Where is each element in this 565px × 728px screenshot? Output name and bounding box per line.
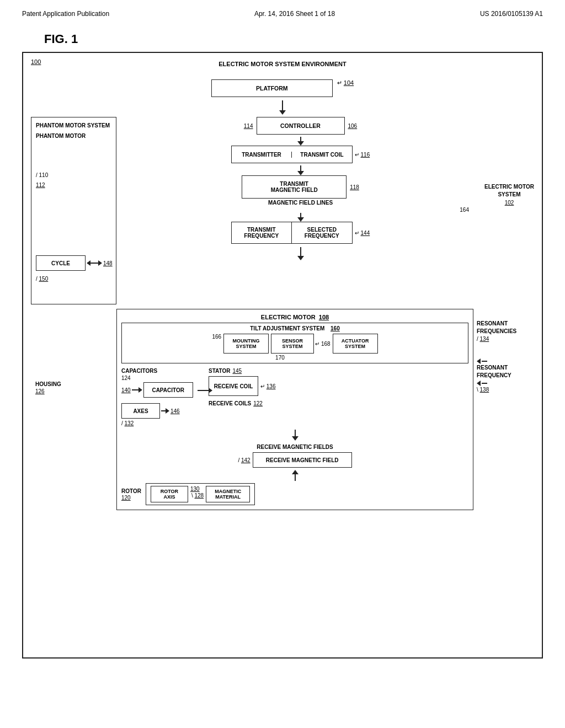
ref-120: 120 xyxy=(121,495,131,501)
ref-142: 142 xyxy=(241,457,250,463)
ref-140: 140 xyxy=(121,387,131,393)
controller-row: 114 CONTROLLER 106 xyxy=(244,117,357,135)
ref-104: ↵ 104 xyxy=(337,79,354,97)
resonant-freq-label: RESONANT FREQUENCY xyxy=(477,365,511,378)
rotor-inner-box: ROTOR AXIS 130 \ 128 MAGNETIC MATERIAL xyxy=(146,483,255,505)
ref-170: 170 xyxy=(275,355,330,361)
ref-126: 126 xyxy=(35,388,45,394)
arrow-controller-down xyxy=(297,137,304,146)
transmitter-coil-box: TRANSMITTER TRANSMIT COIL xyxy=(231,146,353,163)
magnetic-material-box: MAGNETIC MATERIAL xyxy=(206,486,250,502)
ref-106: 106 xyxy=(348,123,358,129)
cycle-box: CYCLE xyxy=(36,255,86,271)
ref-145: 145 xyxy=(232,368,242,374)
mounting-system-box: MOUNTING SYSTEM xyxy=(223,334,269,354)
ref-150: 150 xyxy=(39,276,49,282)
phantom-motor-system-panel: PHANTOM MOTOR SYSTEM PHANTOM MOTOR / 110… xyxy=(31,117,116,304)
ref-130: 130 xyxy=(190,486,204,492)
arrow-mfl-down xyxy=(297,213,304,222)
ref-166: 166 xyxy=(212,334,221,340)
ref-102: 102 xyxy=(505,200,514,206)
freq-row: TRANSMIT FREQUENCY SELECTED FREQUENCY ↵ … xyxy=(231,222,370,244)
transmit-coil-label: TRANSMIT COIL xyxy=(292,152,352,158)
ref-118: 118 xyxy=(350,184,359,190)
receive-coils-row: RECEIVE COILS 122 xyxy=(209,400,468,406)
controller-box: CONTROLLER xyxy=(257,117,345,135)
ref-168: ↵ 168 xyxy=(315,341,330,347)
transmitter-row: TRANSMITTER TRANSMIT COIL ↵ 116 xyxy=(231,146,370,163)
sensor-system-box: SENSOR SYSTEM xyxy=(271,334,314,354)
ref-134: 134 xyxy=(480,336,489,342)
arrow-platform-down xyxy=(31,100,534,115)
phantom-motor-label: PHANTOM MOTOR xyxy=(36,133,111,139)
stator-header: STATOR 145 xyxy=(209,368,468,374)
header-center: Apr. 14, 2016 Sheet 1 of 18 xyxy=(254,10,335,18)
electric-motor-box: ELECTRIC MOTOR 108 TILT ADJUSTMENT SYSTE… xyxy=(116,309,473,510)
ref-116: 116 xyxy=(361,152,370,158)
actuator-system-box: ACTUATOR SYSTEM xyxy=(333,334,378,354)
rmf-box-row: / 142 RECEIVE MAGNETIC FIELD xyxy=(121,452,468,468)
ref-164: 164 xyxy=(460,207,469,213)
right-panel-top: ELECTRIC MOTOR SYSTEM 102 xyxy=(484,117,534,304)
electric-motor-system-label: ELECTRIC MOTOR SYSTEM xyxy=(484,183,534,199)
ref-164-area: 164 xyxy=(121,207,480,213)
header-left: Patent Application Publication xyxy=(22,10,109,18)
stator-side: STATOR 145 RECEIVE COIL ↵ 136 xyxy=(209,368,468,426)
ref-148: 148 xyxy=(103,260,113,266)
arrow-stator-down xyxy=(121,430,468,441)
lower-left-panel: HOUSING 126 xyxy=(31,309,116,510)
capacitors-header: CAPACITORS xyxy=(121,368,204,374)
capacitors-side: CAPACITORS 124 140 CAPACITOR xyxy=(121,368,204,426)
arrow-transmitter-down xyxy=(297,165,304,175)
transmit-freq-box: TRANSMIT FREQUENCY xyxy=(231,222,292,244)
lower-right-panel: RESONANT FREQUENCIES / 134 RESONANT FREQ… xyxy=(473,309,534,510)
ref-128: 128 xyxy=(195,493,204,499)
rmf-section: RECEIVE MAGNETIC FIELDS / 142 RECEIVE MA… xyxy=(121,444,468,468)
page-header: Patent Application Publication Apr. 14, … xyxy=(0,0,565,22)
rotor-axis-box: ROTOR AXIS xyxy=(151,486,188,502)
fig-label: FIG. 1 xyxy=(44,32,565,46)
receive-coil-row: RECEIVE COIL ↵ 136 xyxy=(209,376,468,396)
stator-label: STATOR xyxy=(209,368,230,374)
ref-144: 144 xyxy=(361,230,370,236)
rmf-label: RECEIVE MAGNETIC FIELDS xyxy=(121,444,468,450)
tilt-inner-row: 166 MOUNTING SYSTEM SENSOR SYSTEM ↵ 168 xyxy=(126,334,463,361)
platform-label: PLATFORM xyxy=(256,85,288,92)
ref-110: / 110 xyxy=(36,172,48,178)
ref-150-area: / 150 xyxy=(36,275,48,282)
ref-136: 136 xyxy=(266,383,276,389)
cycle-arrow xyxy=(87,260,102,266)
arrow-freq-down xyxy=(297,247,304,260)
ref-100: 100 xyxy=(31,58,41,65)
ref-146: 146 xyxy=(170,408,180,414)
ref-124: 124 xyxy=(121,375,131,381)
arrow-rotor-up xyxy=(121,470,468,481)
ref-122: 122 xyxy=(253,400,263,406)
top-main-row: PHANTOM MOTOR SYSTEM PHANTOM MOTOR / 110… xyxy=(31,117,534,304)
rotor-section: ROTOR 120 ROTOR AXIS 130 \ 128 MAGNETIC … xyxy=(121,483,468,505)
transmitter-label: TRANSMITTER xyxy=(232,152,292,158)
selected-freq-box: SELECTED FREQUENCY xyxy=(292,222,353,244)
ref-138: 138 xyxy=(480,387,489,393)
housing-label: HOUSING xyxy=(35,381,61,387)
ref-132: 132 xyxy=(125,420,134,426)
receive-magnetic-field-box: RECEIVE MAGNETIC FIELD xyxy=(253,452,352,468)
ref-144-area: ↵ 144 xyxy=(355,230,370,236)
ref-114: 114 xyxy=(244,123,253,129)
tmf-row: TRANSMIT MAGNETIC FIELD 118 xyxy=(242,175,359,199)
capacitors-label: CAPACITORS xyxy=(121,368,157,374)
cycle-area: CYCLE 148 xyxy=(36,255,113,271)
rotor-label: ROTOR xyxy=(121,488,141,494)
cap-stator-row: CAPACITORS 124 140 CAPACITOR xyxy=(121,368,468,426)
resonant-freqs-label: RESONANT FREQUENCIES xyxy=(477,320,516,334)
lower-section: HOUSING 126 ELECTRIC MOTOR 108 TILT ADJU… xyxy=(31,309,534,510)
tilt-adjustment-box: TILT ADJUSTMENT SYSTEM 160 166 MOUNTING … xyxy=(121,323,468,363)
env-label: ELECTRIC MOTOR SYSTEM ENVIRONMENT xyxy=(218,61,346,67)
receive-coils-label: RECEIVE COILS xyxy=(209,400,251,406)
phantom-motor-system-label: PHANTOM MOTOR SYSTEM xyxy=(36,122,111,130)
tmf-box: TRANSMIT MAGNETIC FIELD xyxy=(242,175,347,199)
ref-116-area: ↵ 116 xyxy=(355,152,370,158)
axes-row: AXES 146 xyxy=(121,403,204,419)
platform-row: PLATFORM ↵ 104 xyxy=(31,79,534,97)
diagram-outer: 100 ELECTRIC MOTOR SYSTEM ENVIRONMENT PL… xyxy=(22,52,543,659)
